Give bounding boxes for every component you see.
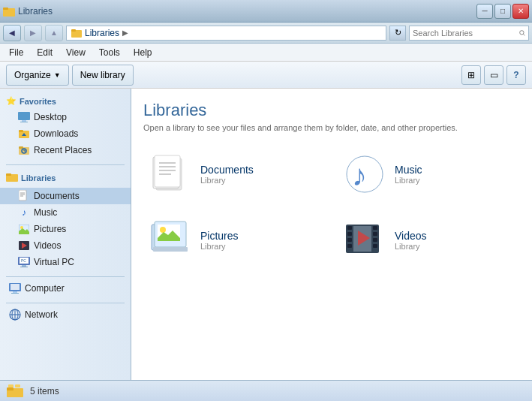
svg-rect-68 bbox=[7, 387, 14, 390]
sidebar: ⭐ Favorites Desktop bbox=[0, 89, 131, 380]
music-type: Library bbox=[395, 176, 422, 185]
menu-file[interactable]: File bbox=[3, 46, 29, 59]
library-item-videos[interactable]: Videos Library bbox=[338, 213, 520, 267]
svg-point-54 bbox=[160, 227, 166, 233]
address-path: Libraries bbox=[85, 28, 119, 38]
sidebar-divider-2 bbox=[6, 276, 125, 277]
address-field[interactable]: Libraries ▶ bbox=[66, 26, 386, 41]
help-button[interactable]: ? bbox=[506, 65, 526, 85]
sidebar-item-videos[interactable]: Videos bbox=[0, 237, 131, 254]
svg-rect-69 bbox=[8, 384, 14, 387]
sidebar-item-documents[interactable]: Documents bbox=[0, 188, 131, 204]
pictures-info: Pictures Library bbox=[200, 230, 239, 251]
sidebar-item-pictures[interactable]: Pictures bbox=[0, 221, 131, 237]
svg-rect-52 bbox=[153, 247, 188, 252]
organize-button[interactable]: Organize ▼ bbox=[6, 65, 69, 86]
music-info: Music Library bbox=[395, 164, 422, 185]
organize-label: Organize bbox=[14, 70, 51, 80]
search-input[interactable] bbox=[413, 29, 516, 38]
title-bar: Libraries ─ □ ✕ bbox=[0, 0, 532, 23]
svg-rect-61 bbox=[373, 226, 377, 230]
desktop-label: Desktop bbox=[34, 112, 67, 122]
desktop-icon bbox=[18, 111, 30, 123]
videos-type: Library bbox=[395, 242, 427, 251]
svg-rect-64 bbox=[373, 244, 377, 248]
documents-label: Documents bbox=[34, 191, 80, 201]
content-title: Libraries bbox=[143, 101, 520, 120]
sidebar-item-recent-places[interactable]: Recent Places bbox=[0, 142, 131, 158]
new-library-label: New library bbox=[80, 70, 125, 80]
forward-button[interactable]: ▶ bbox=[24, 25, 42, 41]
svg-rect-30 bbox=[20, 267, 28, 267]
sidebar-item-desktop[interactable]: Desktop bbox=[0, 109, 131, 125]
library-item-music[interactable]: ♪ Music Library bbox=[338, 147, 520, 201]
main-layout: ⭐ Favorites Desktop bbox=[0, 89, 532, 380]
folder-address-icon bbox=[71, 28, 82, 38]
videos-info: Videos Library bbox=[395, 230, 427, 251]
svg-rect-1 bbox=[3, 8, 8, 10]
computer-section: Computer bbox=[0, 280, 131, 297]
library-item-documents[interactable]: Documents Library bbox=[143, 147, 326, 201]
favorites-header[interactable]: ⭐ Favorites bbox=[0, 93, 131, 109]
videos-label: Videos bbox=[34, 240, 61, 251]
favorites-label: Favorites bbox=[20, 97, 56, 106]
sidebar-item-computer[interactable]: Computer bbox=[0, 280, 131, 297]
pictures-icon-small bbox=[18, 223, 30, 235]
menu-view[interactable]: View bbox=[60, 46, 92, 59]
close-button[interactable]: ✕ bbox=[512, 4, 529, 19]
svg-rect-34 bbox=[13, 291, 17, 293]
favorites-star-icon: ⭐ bbox=[6, 96, 17, 106]
svg-rect-18 bbox=[6, 173, 11, 176]
sidebar-divider-1 bbox=[6, 164, 125, 165]
libraries-header[interactable]: Libraries bbox=[0, 168, 131, 188]
music-name: Music bbox=[395, 164, 422, 176]
refresh-button[interactable]: ↻ bbox=[389, 26, 406, 41]
network-section: Network bbox=[0, 306, 131, 323]
videos-large-icon bbox=[344, 219, 386, 261]
preview-pane-button[interactable]: ▭ bbox=[484, 65, 503, 85]
toolbar-right: ⊞ ▭ ? bbox=[461, 65, 526, 85]
music-icon-small: ♪ bbox=[18, 207, 30, 219]
address-path-arrow: ▶ bbox=[122, 29, 128, 37]
minimize-button[interactable]: ─ bbox=[476, 4, 493, 19]
maximize-button[interactable]: □ bbox=[494, 4, 511, 19]
svg-text:♪: ♪ bbox=[352, 158, 367, 191]
documents-large-icon bbox=[149, 153, 191, 195]
sidebar-item-downloads[interactable]: Downloads bbox=[0, 125, 131, 142]
svg-rect-70 bbox=[15, 384, 20, 387]
computer-label: Computer bbox=[25, 283, 65, 294]
svg-rect-60 bbox=[347, 244, 352, 248]
libraries-label: Libraries bbox=[21, 173, 56, 182]
svg-line-5 bbox=[523, 34, 524, 35]
organize-arrow: ▼ bbox=[54, 71, 61, 79]
back-button[interactable]: ◀ bbox=[3, 25, 21, 41]
sidebar-item-network[interactable]: Network bbox=[0, 306, 131, 323]
svg-rect-63 bbox=[373, 238, 377, 242]
title-bar-controls: ─ □ ✕ bbox=[476, 4, 529, 19]
toolbar: Organize ▼ New library ⊞ ▭ ? bbox=[0, 62, 532, 89]
libraries-folder-icon bbox=[6, 171, 18, 185]
menu-edit[interactable]: Edit bbox=[31, 46, 59, 59]
change-view-button[interactable]: ⊞ bbox=[461, 65, 481, 85]
svg-rect-62 bbox=[373, 232, 377, 236]
new-library-button[interactable]: New library bbox=[72, 65, 134, 86]
sidebar-item-virtual-pc[interactable]: PC Virtual PC bbox=[0, 254, 131, 270]
search-box[interactable] bbox=[409, 26, 529, 41]
up-button[interactable]: ▲ bbox=[45, 25, 63, 41]
menu-help[interactable]: Help bbox=[128, 46, 158, 59]
network-icon bbox=[9, 309, 21, 321]
music-label: Music bbox=[34, 207, 57, 218]
svg-rect-10 bbox=[19, 130, 23, 132]
sidebar-item-music[interactable]: ♪ Music bbox=[0, 204, 131, 221]
documents-icon bbox=[18, 190, 30, 202]
pictures-large-icon bbox=[149, 219, 191, 261]
svg-rect-43 bbox=[155, 155, 180, 187]
search-icon bbox=[519, 29, 525, 38]
svg-rect-29 bbox=[22, 265, 26, 267]
library-item-pictures[interactable]: Pictures Library bbox=[143, 213, 326, 267]
menu-tools[interactable]: Tools bbox=[93, 46, 126, 59]
music-large-icon: ♪ bbox=[344, 153, 386, 195]
downloads-icon bbox=[18, 128, 30, 140]
title-bar-text: Libraries bbox=[18, 6, 53, 17]
svg-rect-57 bbox=[347, 226, 352, 230]
